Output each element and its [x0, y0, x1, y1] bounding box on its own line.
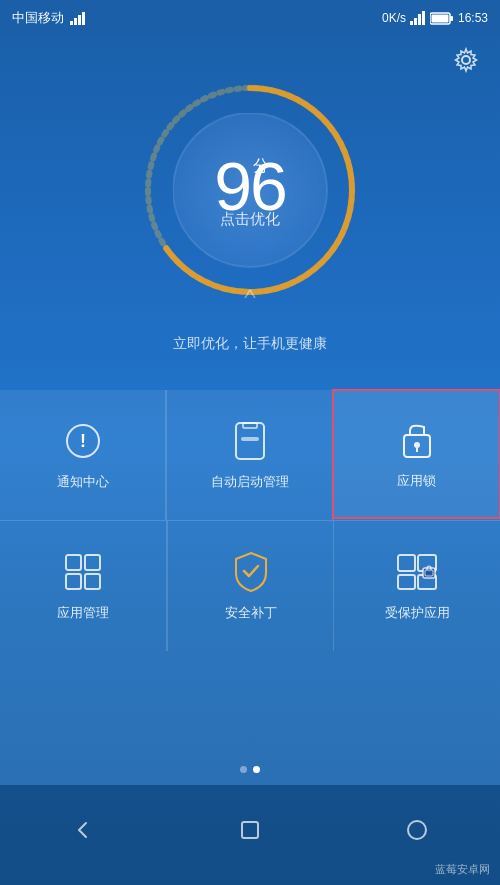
grid-item-notification[interactable]: ! 通知中心	[0, 390, 166, 520]
svg-rect-6	[418, 14, 421, 25]
home-icon	[239, 819, 261, 841]
svg-rect-20	[241, 437, 259, 441]
svg-rect-29	[398, 575, 415, 589]
recent-button[interactable]	[392, 805, 442, 855]
grid-item-applock[interactable]: 应用锁	[332, 389, 500, 519]
status-left: 中国移动	[12, 9, 88, 27]
recent-icon	[406, 819, 428, 841]
svg-rect-3	[82, 12, 85, 25]
grid-row-1: ! 通知中心 自动启动管理	[0, 390, 500, 521]
back-icon	[72, 819, 94, 841]
home-button[interactable]	[225, 805, 275, 855]
svg-rect-0	[70, 21, 73, 25]
score-ring: // This is just decoration — drawn inlin…	[140, 80, 360, 300]
protectedapp-icon	[395, 550, 439, 594]
appmanage-label: 应用管理	[57, 604, 109, 622]
speed-text: 0K/s	[382, 11, 406, 25]
applock-icon	[395, 418, 439, 462]
battery-icon	[430, 12, 454, 25]
dot-2[interactable]	[253, 766, 260, 773]
bottom-nav	[0, 785, 500, 885]
svg-rect-1	[74, 18, 77, 25]
carrier-text: 中国移动	[12, 9, 64, 27]
time-text: 16:53	[458, 11, 488, 25]
grid-item-appmanage[interactable]: 应用管理	[0, 521, 167, 651]
svg-text:!: !	[80, 431, 86, 451]
notification-label: 通知中心	[57, 473, 109, 491]
grid-row-2: 应用管理 安全补丁	[0, 521, 500, 651]
appmanage-icon	[61, 550, 105, 594]
secpatch-label: 安全补丁	[225, 604, 277, 622]
watermark: 蓝莓安卓网	[435, 862, 490, 877]
autostart-label: 自动启动管理	[211, 473, 289, 491]
grid-item-protectedapp[interactable]: 受保护应用	[334, 521, 500, 651]
applock-label: 应用锁	[397, 472, 436, 490]
signal-icon	[410, 11, 426, 25]
svg-rect-9	[450, 16, 453, 21]
svg-point-11	[462, 56, 470, 64]
dot-1[interactable]	[240, 766, 247, 773]
svg-rect-24	[66, 555, 81, 570]
grid-item-secpatch[interactable]: 安全补丁	[167, 521, 335, 651]
notification-icon: !	[61, 419, 105, 463]
svg-rect-5	[414, 18, 417, 25]
svg-rect-25	[85, 555, 100, 570]
autostart-icon	[228, 419, 272, 463]
score-area[interactable]: // This is just decoration — drawn inlin…	[130, 70, 370, 310]
svg-rect-19	[243, 423, 257, 428]
score-unit: 分	[218, 156, 304, 177]
svg-point-22	[414, 442, 420, 448]
pagination	[0, 766, 500, 773]
protectedapp-label: 受保护应用	[385, 604, 450, 622]
svg-rect-34	[242, 822, 258, 838]
svg-rect-10	[431, 14, 448, 22]
svg-rect-28	[398, 555, 415, 571]
grid-section: ! 通知中心 自动启动管理	[0, 390, 500, 785]
secpatch-icon	[229, 550, 273, 594]
back-button[interactable]	[58, 805, 108, 855]
svg-rect-26	[66, 574, 81, 589]
svg-point-35	[408, 821, 426, 839]
score-center: 96 分 点击优化	[214, 152, 286, 229]
grid-item-autostart[interactable]: 自动启动管理	[166, 390, 333, 520]
tagline: 立即优化，让手机更健康	[0, 335, 500, 353]
svg-rect-7	[422, 11, 425, 25]
status-right: 0K/s 16:53	[382, 11, 488, 25]
settings-button[interactable]	[448, 42, 484, 78]
svg-rect-4	[410, 21, 413, 25]
status-bar: 中国移动 0K/s 16:53	[0, 0, 500, 36]
svg-rect-2	[78, 15, 81, 25]
gear-icon	[453, 47, 479, 73]
wifi-icon	[70, 11, 88, 25]
svg-rect-27	[85, 574, 100, 589]
